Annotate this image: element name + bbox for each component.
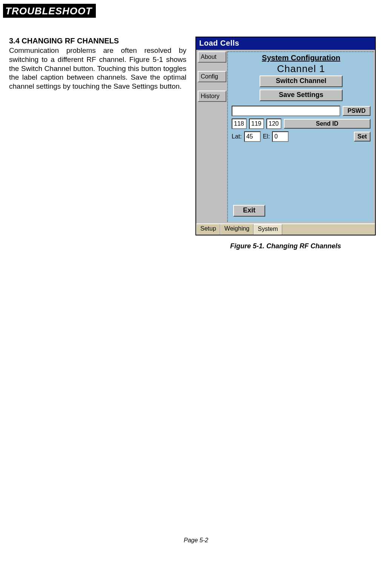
app-window: Load Cells About Config History System C… — [195, 37, 376, 235]
window-titlebar: Load Cells — [196, 37, 375, 50]
content-area: 3.4 CHANGING RF CHANNELS Communication p… — [0, 18, 392, 250]
id2-input[interactable] — [249, 118, 264, 129]
el-input[interactable] — [272, 131, 289, 142]
section-body: Communication problems are often resolve… — [9, 46, 186, 91]
save-settings-button[interactable]: Save Settings — [260, 89, 343, 101]
bottom-tab-weighing[interactable]: Weighing — [220, 224, 254, 235]
window-body: About Config History System Configuratio… — [196, 50, 375, 223]
figure-column: Load Cells About Config History System C… — [195, 37, 383, 250]
side-tab-about[interactable]: About — [198, 51, 226, 63]
latel-row: Lat: El: Set — [232, 131, 370, 142]
bottom-tabs: Setup Weighing System — [196, 223, 375, 235]
side-tab-config[interactable]: Config — [198, 71, 226, 82]
id1-input[interactable] — [232, 118, 247, 129]
pswd-button[interactable]: PSWD — [343, 106, 370, 116]
main-panel: System Configuration Channel 1 Switch Ch… — [227, 51, 374, 222]
switch-channel-button[interactable]: Switch Channel — [260, 75, 343, 87]
side-tabs: About Config History — [196, 50, 227, 223]
page-header: Troubleshoot — [3, 4, 96, 18]
pswd-row: PSWD — [232, 106, 370, 116]
bottom-tab-system[interactable]: System — [254, 224, 282, 235]
id3-input[interactable] — [266, 118, 281, 129]
exit-button[interactable]: Exit — [233, 205, 265, 217]
page-footer: Page 5-2 — [0, 537, 392, 551]
pswd-input[interactable] — [232, 106, 340, 116]
side-tab-history[interactable]: History — [198, 91, 226, 102]
set-button[interactable]: Set — [354, 132, 370, 142]
sendid-button[interactable]: Send ID — [284, 119, 370, 129]
channel-label: Channel 1 — [232, 63, 370, 75]
section-heading: 3.4 CHANGING RF CHANNELS — [9, 37, 186, 45]
el-label: El: — [263, 133, 270, 140]
text-column: 3.4 CHANGING RF CHANNELS Communication p… — [9, 37, 186, 250]
bottom-tab-setup[interactable]: Setup — [196, 224, 220, 235]
sendid-row: Send ID — [232, 118, 370, 129]
panel-title: System Configuration — [232, 54, 370, 62]
lat-label: Lat: — [232, 133, 242, 140]
figure-caption: Figure 5-1. Changing RF Channels — [195, 242, 376, 250]
lat-input[interactable] — [244, 131, 261, 142]
